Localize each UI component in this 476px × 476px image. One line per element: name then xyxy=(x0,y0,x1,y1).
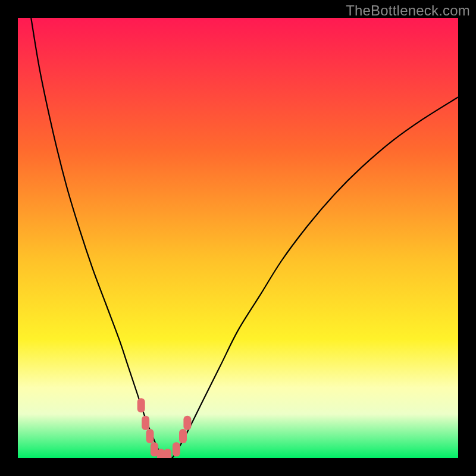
curve-marker xyxy=(183,416,191,430)
curve-marker xyxy=(157,449,165,458)
watermark-text: TheBottleneck.com xyxy=(346,2,470,19)
curve-marker xyxy=(151,442,158,456)
gradient-background xyxy=(18,18,458,458)
bottleneck-chart xyxy=(18,18,458,458)
chart-area xyxy=(18,18,458,458)
curve-marker xyxy=(179,429,187,443)
outer-frame: TheBottleneck.com xyxy=(0,0,476,476)
curve-marker xyxy=(146,429,154,443)
curve-marker xyxy=(142,416,149,430)
curve-marker xyxy=(173,442,180,456)
curve-marker xyxy=(137,398,145,412)
curve-marker xyxy=(164,449,171,458)
